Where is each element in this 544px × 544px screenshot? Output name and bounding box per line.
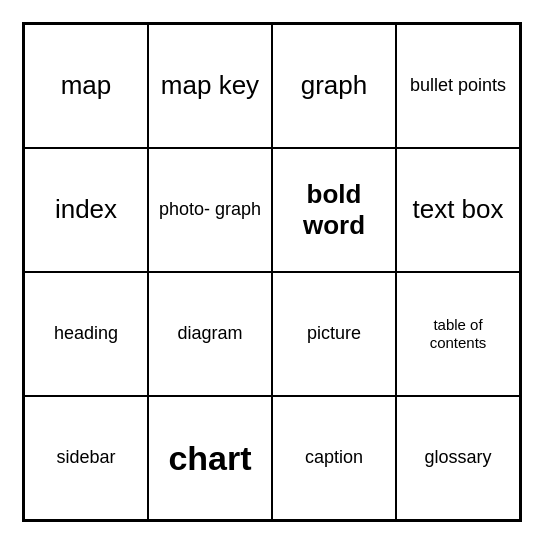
bingo-cell-bold-word: bold word xyxy=(272,148,396,272)
bingo-cell-index: index xyxy=(24,148,148,272)
bingo-cell-text-box: text box xyxy=(396,148,520,272)
bingo-cell-map: map xyxy=(24,24,148,148)
bingo-cell-map-key: map key xyxy=(148,24,272,148)
bingo-cell-diagram: diagram xyxy=(148,272,272,396)
bingo-board: mapmap keygraphbullet pointsindexphoto- … xyxy=(22,22,522,522)
bingo-cell-bullet-points: bullet points xyxy=(396,24,520,148)
bingo-cell-graph: graph xyxy=(272,24,396,148)
bingo-cell-heading: heading xyxy=(24,272,148,396)
bingo-cell-caption: caption xyxy=(272,396,396,520)
bingo-cell-picture: picture xyxy=(272,272,396,396)
bingo-cell-sidebar: sidebar xyxy=(24,396,148,520)
bingo-cell-photograph: photo- graph xyxy=(148,148,272,272)
bingo-cell-chart: chart xyxy=(148,396,272,520)
bingo-cell-glossary: glossary xyxy=(396,396,520,520)
bingo-cell-table-of-contents: table of contents xyxy=(396,272,520,396)
